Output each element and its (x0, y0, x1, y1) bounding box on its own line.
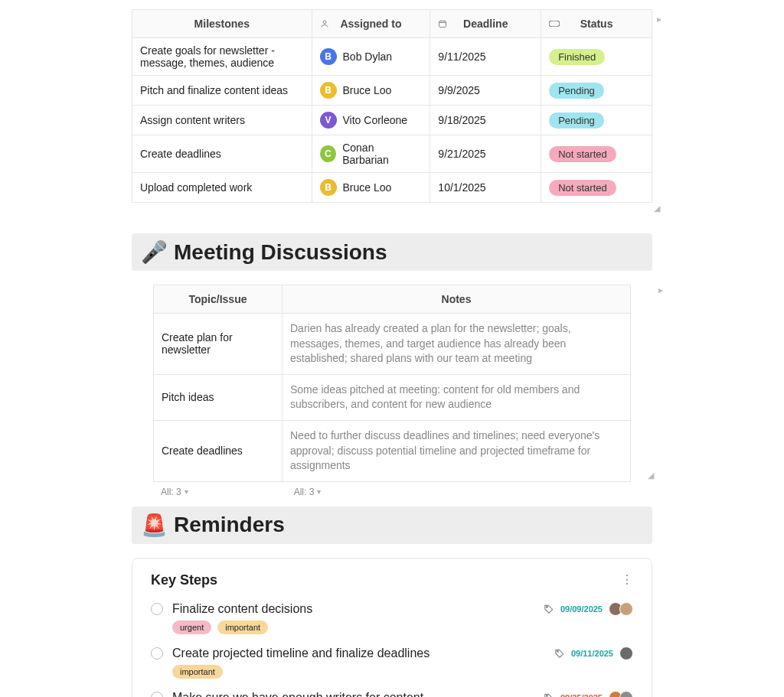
milestone-title-cell[interactable]: Pitch and finalize content ideas (132, 76, 312, 106)
topic-cell[interactable]: Create plan for newsletter (154, 314, 283, 375)
table-footer-count-left[interactable]: All: 3 ▾ (161, 487, 188, 497)
deadline-cell[interactable]: 9/11/2025 (430, 38, 541, 76)
section-title: Meeting Discussions (174, 240, 387, 265)
task-checkbox[interactable] (151, 692, 163, 697)
tag-icon (554, 648, 565, 659)
avatar: B (320, 179, 337, 196)
table-row[interactable]: Create plan for newsletter Darien has al… (154, 314, 631, 375)
milestone-title-cell[interactable]: Upload completed work (132, 173, 312, 203)
status-badge: Finished (549, 49, 605, 65)
table-footer-count-right[interactable]: All: 3 ▾ (294, 487, 322, 497)
topic-cell[interactable]: Pitch ideas (154, 374, 283, 420)
status-cell[interactable]: Not started (541, 173, 652, 203)
task-checkbox[interactable] (151, 603, 163, 615)
svg-point-4 (557, 650, 558, 652)
topic-cell[interactable]: Create deadlines (154, 420, 283, 481)
col-header-status[interactable]: Status (541, 10, 652, 38)
reminder-icon: 🚨 (141, 513, 168, 538)
assignee-cell[interactable]: V Vito Corleone (312, 106, 430, 135)
avatar (619, 691, 633, 697)
notes-cell[interactable]: Need to further discuss deadlines and ti… (283, 420, 631, 481)
status-cell[interactable]: Not started (541, 135, 652, 173)
task-tag[interactable]: urgent (172, 620, 211, 634)
col-header-label: Assigned to (340, 18, 401, 30)
milestone-title-cell[interactable]: Create deadlines (132, 135, 312, 173)
col-header-label: Status (580, 18, 613, 30)
resize-handle-icon[interactable]: ◢ (654, 204, 660, 213)
task-item[interactable]: Finalize content decisions 09/09/2025 ur… (151, 598, 633, 642)
table-row[interactable]: Create deadlines Need to further discuss… (154, 420, 631, 481)
table-row[interactable]: Create deadlines C Conan Barbarian 9/21/… (132, 135, 652, 173)
svg-rect-1 (439, 21, 446, 28)
table-row[interactable]: Pitch and finalize content ideas B Bruce… (132, 76, 652, 106)
deadline-cell[interactable]: 9/18/2025 (430, 106, 541, 135)
col-header-assigned[interactable]: Assigned to (312, 10, 430, 38)
calendar-icon (438, 19, 447, 28)
section-header-reminders: 🚨 Reminders (132, 506, 652, 544)
task-tag[interactable]: important (172, 665, 223, 679)
deadline-cell[interactable]: 9/9/2025 (430, 76, 541, 106)
more-menu-icon[interactable]: ⋮ (621, 574, 633, 586)
assignee-cell[interactable]: B Bruce Loo (312, 76, 430, 106)
status-cell[interactable]: Pending (541, 106, 652, 135)
task-title: Create projected timeline and finalize d… (172, 647, 545, 660)
tag-icon (544, 692, 554, 697)
avatar (619, 602, 633, 616)
reminders-card: Key Steps ⋮ Finalize content decisions 0… (132, 558, 652, 697)
task-avatars (609, 691, 633, 697)
col-header-topic[interactable]: Topic/Issue (154, 285, 283, 314)
deadline-cell[interactable]: 10/1/2025 (430, 173, 541, 203)
pill-icon (549, 21, 560, 27)
avatar (619, 647, 633, 660)
assignee-name: Conan Barbarian (342, 142, 422, 166)
milestones-table-container: ▸ Milestones Assigned to (132, 9, 652, 203)
table-row[interactable]: Create goals for newsletter - message, t… (132, 38, 652, 76)
task-avatars (619, 647, 633, 660)
footer-count-label: All: 3 (294, 487, 315, 497)
task-checkbox[interactable] (151, 647, 163, 660)
assignee-cell[interactable]: B Bruce Loo (312, 173, 430, 203)
status-cell[interactable]: Finished (541, 38, 652, 76)
task-item[interactable]: Make sure we have enough writers for con… (151, 686, 633, 697)
svg-point-3 (546, 606, 547, 607)
task-date: 09/25/2025 (560, 693, 603, 697)
notes-cell[interactable]: Some ideas pitched at meeting: content f… (283, 374, 631, 420)
deadline-cell[interactable]: 9/21/2025 (430, 135, 541, 173)
col-header-milestones[interactable]: Milestones (132, 10, 312, 38)
resize-handle-icon[interactable]: ◢ (648, 471, 654, 480)
milestones-table: Milestones Assigned to Deadline (132, 9, 652, 203)
col-header-deadline[interactable]: Deadline (430, 10, 541, 38)
svg-point-5 (546, 695, 547, 696)
status-cell[interactable]: Pending (541, 76, 652, 106)
microphone-icon: 🎤 (141, 239, 168, 265)
assignee-cell[interactable]: C Conan Barbarian (312, 135, 430, 173)
card-title: Key Steps (151, 572, 217, 588)
assignee-name: Bob Dylan (343, 50, 393, 63)
notes-cell[interactable]: Darien has already created a plan for th… (283, 314, 631, 375)
col-header-label: Milestones (194, 18, 250, 30)
discussions-table-container: ▸ Topic/Issue Notes Create plan for news… (132, 271, 652, 500)
assignee-cell[interactable]: B Bob Dylan (312, 38, 430, 76)
task-tag[interactable]: important (217, 620, 268, 634)
table-row[interactable]: Assign content writers V Vito Corleone 9… (132, 106, 652, 135)
footer-count-label: All: 3 (161, 487, 181, 497)
svg-point-0 (323, 21, 326, 24)
col-header-label: Deadline (463, 18, 508, 30)
task-date: 09/09/2025 (560, 604, 603, 614)
status-badge: Not started (549, 180, 616, 196)
status-badge: Pending (549, 83, 604, 99)
table-row[interactable]: Upload completed work B Bruce Loo 10/1/2… (132, 173, 652, 203)
assignee-name: Bruce Loo (343, 84, 392, 96)
task-item[interactable]: Create projected timeline and finalize d… (151, 642, 633, 686)
table-row[interactable]: Pitch ideas Some ideas pitched at meetin… (154, 374, 631, 420)
milestone-title-cell[interactable]: Create goals for newsletter - message, t… (132, 38, 312, 76)
expand-right-icon[interactable]: ▸ (658, 285, 663, 295)
col-header-label: Notes (442, 293, 472, 305)
expand-right-icon[interactable]: ▸ (657, 14, 662, 24)
col-header-notes[interactable]: Notes (283, 285, 631, 314)
milestone-title-cell[interactable]: Assign content writers (132, 106, 312, 135)
assignee-name: Bruce Loo (343, 181, 392, 194)
avatar: V (320, 112, 337, 129)
task-title: Make sure we have enough writers for con… (172, 691, 534, 697)
task-avatars (609, 602, 633, 616)
